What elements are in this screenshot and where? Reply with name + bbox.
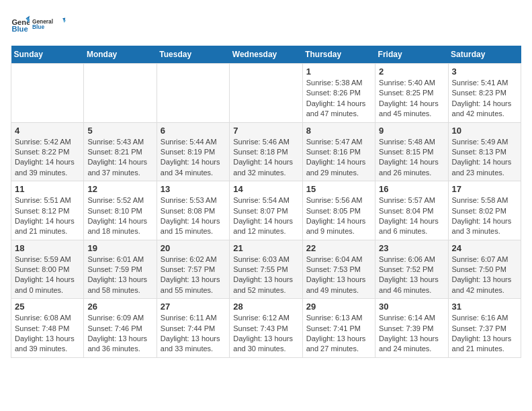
- calendar-cell: 14Sunrise: 5:54 AMSunset: 8:07 PMDayligh…: [230, 181, 302, 240]
- calendar-cell: [157, 64, 229, 123]
- calendar-cell: 21Sunrise: 6:03 AMSunset: 7:55 PMDayligh…: [230, 240, 302, 299]
- day-number: 18: [15, 243, 80, 253]
- day-number: 29: [306, 302, 371, 312]
- calendar-cell: 12Sunrise: 5:52 AMSunset: 8:10 PMDayligh…: [84, 181, 157, 240]
- day-number: 28: [233, 302, 298, 312]
- page-header: General Blue General Blue: [11, 11, 521, 38]
- calendar-cell: 6Sunrise: 5:44 AMSunset: 8:19 PMDaylight…: [157, 122, 229, 181]
- day-number: 2: [379, 66, 444, 77]
- day-number: 6: [161, 126, 226, 136]
- day-header-sunday: Sunday: [11, 46, 84, 64]
- week-row-1: 1Sunrise: 5:38 AMSunset: 8:26 PMDaylight…: [11, 64, 521, 123]
- calendar-cell: 30Sunrise: 6:14 AMSunset: 7:39 PMDayligh…: [375, 299, 448, 358]
- logo-icon: General Blue: [11, 15, 30, 34]
- day-header-monday: Monday: [84, 46, 157, 64]
- calendar-cell: 15Sunrise: 5:56 AMSunset: 8:05 PMDayligh…: [302, 181, 375, 240]
- calendar-cell: 8Sunrise: 5:47 AMSunset: 8:16 PMDaylight…: [302, 122, 375, 181]
- day-number: 7: [233, 126, 298, 136]
- day-info: Sunrise: 6:16 AMSunset: 7:37 PMDaylight:…: [452, 313, 517, 355]
- calendar-cell: 24Sunrise: 6:07 AMSunset: 7:50 PMDayligh…: [448, 240, 521, 299]
- day-header-wednesday: Wednesday: [230, 46, 302, 64]
- day-info: Sunrise: 6:06 AMSunset: 7:52 PMDaylight:…: [379, 255, 444, 296]
- calendar-cell: [11, 64, 84, 123]
- day-info: Sunrise: 6:12 AMSunset: 7:43 PMDaylight:…: [233, 313, 298, 355]
- week-row-4: 18Sunrise: 5:59 AMSunset: 8:00 PMDayligh…: [11, 240, 521, 299]
- calendar-cell: 23Sunrise: 6:06 AMSunset: 7:52 PMDayligh…: [375, 240, 448, 299]
- calendar-cell: 4Sunrise: 5:42 AMSunset: 8:22 PMDaylight…: [11, 122, 84, 181]
- day-number: 11: [15, 184, 80, 194]
- day-info: Sunrise: 5:47 AMSunset: 8:16 PMDaylight:…: [306, 137, 371, 179]
- day-number: 4: [15, 126, 80, 136]
- day-number: 30: [379, 302, 444, 312]
- calendar-cell: [230, 64, 302, 123]
- day-number: 13: [161, 184, 226, 194]
- logo: General Blue General Blue: [11, 11, 66, 38]
- calendar-cell: 20Sunrise: 6:02 AMSunset: 7:57 PMDayligh…: [157, 240, 229, 299]
- day-info: Sunrise: 5:57 AMSunset: 8:04 PMDaylight:…: [379, 195, 444, 237]
- calendar-cell: 27Sunrise: 6:11 AMSunset: 7:44 PMDayligh…: [157, 299, 229, 358]
- calendar-cell: 28Sunrise: 6:12 AMSunset: 7:43 PMDayligh…: [230, 299, 302, 358]
- calendar-cell: 1Sunrise: 5:38 AMSunset: 8:26 PMDaylight…: [302, 64, 375, 123]
- calendar-cell: 18Sunrise: 5:59 AMSunset: 8:00 PMDayligh…: [11, 240, 84, 299]
- day-info: Sunrise: 5:58 AMSunset: 8:02 PMDaylight:…: [452, 195, 517, 237]
- generalblue-logo-svg: General Blue: [32, 11, 66, 38]
- calendar-cell: 26Sunrise: 6:09 AMSunset: 7:46 PMDayligh…: [84, 299, 157, 358]
- day-number: 8: [306, 126, 371, 136]
- day-number: 12: [87, 184, 152, 194]
- day-info: Sunrise: 5:51 AMSunset: 8:12 PMDaylight:…: [15, 195, 80, 237]
- day-number: 23: [379, 243, 444, 253]
- day-info: Sunrise: 5:44 AMSunset: 8:19 PMDaylight:…: [161, 137, 226, 179]
- header-row: SundayMondayTuesdayWednesdayThursdayFrid…: [11, 46, 521, 64]
- calendar-cell: 17Sunrise: 5:58 AMSunset: 8:02 PMDayligh…: [448, 181, 521, 240]
- calendar-cell: 25Sunrise: 6:08 AMSunset: 7:48 PMDayligh…: [11, 299, 84, 358]
- svg-text:Blue: Blue: [32, 24, 44, 30]
- day-number: 5: [87, 126, 152, 136]
- day-number: 10: [452, 126, 517, 136]
- day-info: Sunrise: 5:49 AMSunset: 8:13 PMDaylight:…: [452, 137, 517, 179]
- day-number: 21: [233, 243, 298, 253]
- calendar-cell: 2Sunrise: 5:40 AMSunset: 8:25 PMDaylight…: [375, 64, 448, 123]
- day-info: Sunrise: 5:52 AMSunset: 8:10 PMDaylight:…: [87, 195, 152, 237]
- day-number: 22: [306, 243, 371, 253]
- day-info: Sunrise: 6:11 AMSunset: 7:44 PMDaylight:…: [161, 313, 226, 355]
- day-info: Sunrise: 6:02 AMSunset: 7:57 PMDaylight:…: [161, 255, 226, 296]
- day-number: 19: [87, 243, 152, 253]
- day-info: Sunrise: 6:07 AMSunset: 7:50 PMDaylight:…: [452, 255, 517, 296]
- week-row-3: 11Sunrise: 5:51 AMSunset: 8:12 PMDayligh…: [11, 181, 521, 240]
- day-header-tuesday: Tuesday: [157, 46, 229, 64]
- calendar-table: SundayMondayTuesdayWednesdayThursdayFrid…: [11, 46, 521, 358]
- day-number: 26: [87, 302, 152, 312]
- day-info: Sunrise: 6:03 AMSunset: 7:55 PMDaylight:…: [233, 255, 298, 296]
- calendar-cell: 22Sunrise: 6:04 AMSunset: 7:53 PMDayligh…: [302, 240, 375, 299]
- day-number: 9: [379, 126, 444, 136]
- calendar-cell: 3Sunrise: 5:41 AMSunset: 8:23 PMDaylight…: [448, 64, 521, 123]
- day-info: Sunrise: 5:40 AMSunset: 8:25 PMDaylight:…: [379, 78, 444, 120]
- day-info: Sunrise: 5:43 AMSunset: 8:21 PMDaylight:…: [87, 137, 152, 179]
- day-number: 15: [306, 184, 371, 194]
- calendar-cell: 31Sunrise: 6:16 AMSunset: 7:37 PMDayligh…: [448, 299, 521, 358]
- day-info: Sunrise: 6:13 AMSunset: 7:41 PMDaylight:…: [306, 313, 371, 355]
- day-number: 16: [379, 184, 444, 194]
- day-info: Sunrise: 6:04 AMSunset: 7:53 PMDaylight:…: [306, 255, 371, 296]
- calendar-cell: 11Sunrise: 5:51 AMSunset: 8:12 PMDayligh…: [11, 181, 84, 240]
- calendar-cell: 9Sunrise: 5:48 AMSunset: 8:15 PMDaylight…: [375, 122, 448, 181]
- day-number: 31: [452, 302, 517, 312]
- day-info: Sunrise: 6:01 AMSunset: 7:59 PMDaylight:…: [87, 255, 152, 296]
- day-number: 17: [452, 184, 517, 194]
- day-info: Sunrise: 6:14 AMSunset: 7:39 PMDaylight:…: [379, 313, 444, 355]
- day-info: Sunrise: 5:48 AMSunset: 8:15 PMDaylight:…: [379, 137, 444, 179]
- calendar-cell: 16Sunrise: 5:57 AMSunset: 8:04 PMDayligh…: [375, 181, 448, 240]
- day-number: 25: [15, 302, 80, 312]
- day-info: Sunrise: 5:54 AMSunset: 8:07 PMDaylight:…: [233, 195, 298, 237]
- day-header-thursday: Thursday: [302, 46, 375, 64]
- day-info: Sunrise: 5:56 AMSunset: 8:05 PMDaylight:…: [306, 195, 371, 237]
- svg-text:Blue: Blue: [11, 25, 28, 33]
- week-row-2: 4Sunrise: 5:42 AMSunset: 8:22 PMDaylight…: [11, 122, 521, 181]
- day-number: 20: [161, 243, 226, 253]
- calendar-cell: [84, 64, 157, 123]
- day-header-saturday: Saturday: [448, 46, 521, 64]
- calendar-cell: 29Sunrise: 6:13 AMSunset: 7:41 PMDayligh…: [302, 299, 375, 358]
- day-info: Sunrise: 6:08 AMSunset: 7:48 PMDaylight:…: [15, 313, 80, 355]
- day-number: 14: [233, 184, 298, 194]
- day-number: 24: [452, 243, 517, 253]
